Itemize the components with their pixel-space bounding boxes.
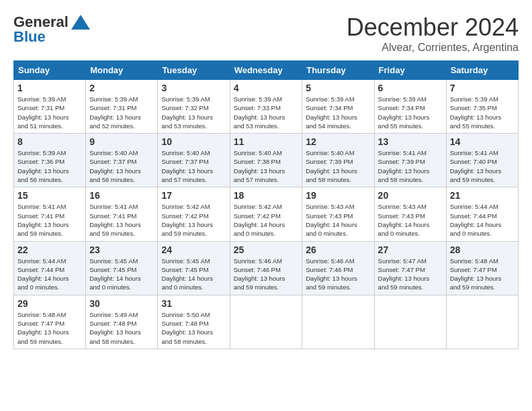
calendar-week-1: 1Sunrise: 5:39 AMSunset: 7:31 PMDaylight…: [14, 80, 519, 134]
day-info: Sunrise: 5:39 AMSunset: 7:34 PMDaylight:…: [378, 95, 443, 130]
calendar-cell: 18Sunrise: 5:42 AMSunset: 7:42 PMDayligh…: [230, 187, 302, 241]
day-info: Sunrise: 5:50 AMSunset: 7:48 PMDaylight:…: [161, 310, 226, 346]
day-info: Sunrise: 5:41 AMSunset: 7:39 PMDaylight:…: [378, 148, 443, 184]
day-number: 13: [378, 136, 443, 147]
calendar-cell: 6Sunrise: 5:39 AMSunset: 7:34 PMDaylight…: [374, 80, 446, 134]
col-header-friday: Friday: [374, 61, 446, 80]
day-number: 24: [161, 244, 226, 255]
day-number: 7: [450, 83, 515, 93]
day-number: 29: [17, 298, 82, 309]
calendar-cell: 1Sunrise: 5:39 AMSunset: 7:31 PMDaylight…: [14, 80, 86, 134]
day-number: 22: [17, 244, 82, 255]
calendar-cell: 10Sunrise: 5:40 AMSunset: 7:37 PMDayligh…: [158, 134, 230, 187]
calendar-cell: 31Sunrise: 5:50 AMSunset: 7:48 PMDayligh…: [158, 295, 230, 349]
day-info: Sunrise: 5:41 AMSunset: 7:40 PMDaylight:…: [450, 148, 515, 184]
title-block: December 2024 Alvear, Corrientes, Argent…: [347, 13, 519, 54]
day-info: Sunrise: 5:39 AMSunset: 7:31 PMDaylight:…: [17, 95, 82, 130]
col-header-thursday: Thursday: [302, 61, 374, 80]
day-number: 26: [306, 244, 370, 255]
calendar-cell: 2Sunrise: 5:39 AMSunset: 7:31 PMDaylight…: [86, 80, 158, 134]
calendar-cell: [374, 295, 446, 349]
calendar-week-2: 8Sunrise: 5:39 AMSunset: 7:36 PMDaylight…: [14, 134, 519, 187]
day-info: Sunrise: 5:46 AMSunset: 7:46 PMDaylight:…: [234, 257, 299, 292]
calendar-cell: 4Sunrise: 5:39 AMSunset: 7:33 PMDaylight…: [230, 80, 302, 134]
calendar-cell: 19Sunrise: 5:43 AMSunset: 7:43 PMDayligh…: [302, 187, 374, 241]
day-info: Sunrise: 5:44 AMSunset: 7:44 PMDaylight:…: [17, 257, 82, 292]
day-number: 10: [161, 136, 226, 147]
logo-blue: Blue: [13, 28, 46, 46]
day-number: 1: [17, 83, 82, 93]
calendar-cell: 12Sunrise: 5:40 AMSunset: 7:39 PMDayligh…: [302, 134, 374, 187]
day-number: 9: [89, 136, 154, 147]
day-info: Sunrise: 5:49 AMSunset: 7:48 PMDaylight:…: [89, 310, 154, 346]
day-number: 8: [17, 136, 82, 147]
day-number: 15: [17, 190, 82, 201]
day-info: Sunrise: 5:42 AMSunset: 7:42 PMDaylight:…: [161, 202, 226, 238]
day-info: Sunrise: 5:41 AMSunset: 7:41 PMDaylight:…: [89, 202, 154, 238]
day-number: 11: [234, 136, 299, 147]
day-number: 5: [306, 83, 370, 93]
day-info: Sunrise: 5:48 AMSunset: 7:47 PMDaylight:…: [17, 310, 82, 346]
day-info: Sunrise: 5:40 AMSunset: 7:37 PMDaylight:…: [89, 148, 154, 184]
calendar-cell: 17Sunrise: 5:42 AMSunset: 7:42 PMDayligh…: [158, 187, 230, 241]
day-number: 21: [450, 190, 515, 201]
day-info: Sunrise: 5:48 AMSunset: 7:47 PMDaylight:…: [450, 257, 515, 292]
calendar-header-row: SundayMondayTuesdayWednesdayThursdayFrid…: [14, 61, 519, 80]
day-number: 16: [89, 190, 154, 201]
day-info: Sunrise: 5:39 AMSunset: 7:34 PMDaylight:…: [306, 95, 370, 130]
day-info: Sunrise: 5:40 AMSunset: 7:38 PMDaylight:…: [234, 148, 299, 184]
logo: General Blue: [13, 13, 90, 46]
day-info: Sunrise: 5:39 AMSunset: 7:32 PMDaylight:…: [161, 95, 226, 130]
calendar-cell: 29Sunrise: 5:48 AMSunset: 7:47 PMDayligh…: [14, 295, 86, 349]
calendar-cell: 7Sunrise: 5:39 AMSunset: 7:35 PMDaylight…: [446, 80, 518, 134]
calendar-week-5: 29Sunrise: 5:48 AMSunset: 7:47 PMDayligh…: [14, 295, 519, 349]
day-number: 20: [378, 190, 443, 201]
day-info: Sunrise: 5:42 AMSunset: 7:42 PMDaylight:…: [234, 202, 299, 238]
day-info: Sunrise: 5:46 AMSunset: 7:46 PMDaylight:…: [306, 257, 370, 292]
calendar-cell: 15Sunrise: 5:41 AMSunset: 7:41 PMDayligh…: [14, 187, 86, 241]
calendar-cell: 27Sunrise: 5:47 AMSunset: 7:47 PMDayligh…: [374, 241, 446, 295]
month-title: December 2024: [347, 13, 519, 42]
day-number: 4: [234, 83, 299, 93]
day-number: 3: [161, 83, 226, 93]
calendar-cell: [446, 295, 518, 349]
calendar-cell: [230, 295, 302, 349]
calendar-cell: 3Sunrise: 5:39 AMSunset: 7:32 PMDaylight…: [158, 80, 230, 134]
col-header-wednesday: Wednesday: [230, 61, 302, 80]
location-subtitle: Alvear, Corrientes, Argentina: [347, 42, 519, 54]
calendar-cell: 8Sunrise: 5:39 AMSunset: 7:36 PMDaylight…: [14, 134, 86, 187]
day-number: 17: [161, 190, 226, 201]
calendar-cell: 16Sunrise: 5:41 AMSunset: 7:41 PMDayligh…: [86, 187, 158, 241]
day-info: Sunrise: 5:41 AMSunset: 7:41 PMDaylight:…: [17, 202, 82, 238]
day-number: 27: [378, 244, 443, 255]
calendar-cell: 14Sunrise: 5:41 AMSunset: 7:40 PMDayligh…: [446, 134, 518, 187]
day-number: 12: [306, 136, 370, 147]
calendar-cell: 21Sunrise: 5:44 AMSunset: 7:44 PMDayligh…: [446, 187, 518, 241]
svg-marker-0: [71, 15, 90, 30]
day-info: Sunrise: 5:39 AMSunset: 7:35 PMDaylight:…: [450, 95, 515, 130]
day-number: 19: [306, 190, 370, 201]
calendar-cell: 28Sunrise: 5:48 AMSunset: 7:47 PMDayligh…: [446, 241, 518, 295]
calendar-cell: 13Sunrise: 5:41 AMSunset: 7:39 PMDayligh…: [374, 134, 446, 187]
calendar-cell: 9Sunrise: 5:40 AMSunset: 7:37 PMDaylight…: [86, 134, 158, 187]
day-number: 28: [450, 244, 515, 255]
col-header-monday: Monday: [86, 61, 158, 80]
day-number: 18: [234, 190, 299, 201]
day-info: Sunrise: 5:44 AMSunset: 7:44 PMDaylight:…: [450, 202, 515, 238]
day-info: Sunrise: 5:39 AMSunset: 7:31 PMDaylight:…: [89, 95, 154, 130]
day-number: 23: [89, 244, 154, 255]
day-info: Sunrise: 5:43 AMSunset: 7:43 PMDaylight:…: [378, 202, 443, 238]
day-info: Sunrise: 5:43 AMSunset: 7:43 PMDaylight:…: [306, 202, 370, 238]
day-info: Sunrise: 5:39 AMSunset: 7:36 PMDaylight:…: [17, 148, 82, 184]
calendar-cell: 22Sunrise: 5:44 AMSunset: 7:44 PMDayligh…: [14, 241, 86, 295]
day-number: 31: [161, 298, 226, 309]
calendar-cell: 25Sunrise: 5:46 AMSunset: 7:46 PMDayligh…: [230, 241, 302, 295]
calendar-cell: [302, 295, 374, 349]
day-number: 14: [450, 136, 515, 147]
calendar-cell: 23Sunrise: 5:45 AMSunset: 7:45 PMDayligh…: [86, 241, 158, 295]
day-info: Sunrise: 5:45 AMSunset: 7:45 PMDaylight:…: [161, 257, 226, 292]
col-header-saturday: Saturday: [446, 61, 518, 80]
calendar-cell: 5Sunrise: 5:39 AMSunset: 7:34 PMDaylight…: [302, 80, 374, 134]
col-header-tuesday: Tuesday: [158, 61, 230, 80]
day-info: Sunrise: 5:47 AMSunset: 7:47 PMDaylight:…: [378, 257, 443, 292]
